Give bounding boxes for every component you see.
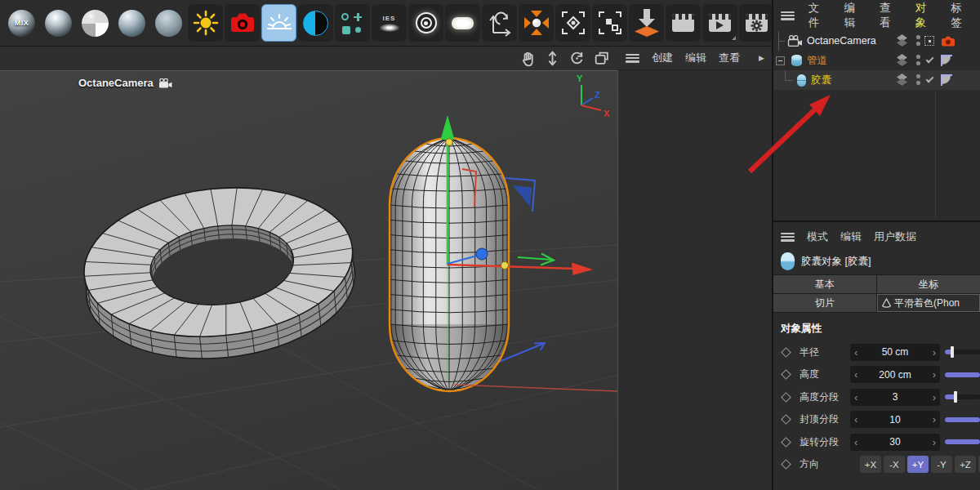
cap-segments-value[interactable]: 10: [858, 414, 932, 425]
orientation-plus-z-button[interactable]: +Z: [955, 456, 976, 473]
panel-menu-icon[interactable]: [781, 11, 795, 20]
visibility-dots-icon[interactable]: [915, 74, 921, 87]
render-target-icon[interactable]: [924, 36, 934, 46]
rotation-segments-input[interactable]: ‹ 30 ›: [850, 434, 940, 451]
axis-rotate-icon[interactable]: [482, 4, 517, 42]
environment-sky-icon[interactable]: [261, 4, 296, 42]
maximize-view-icon[interactable]: [593, 50, 610, 67]
scatter-objects-icon[interactable]: [335, 4, 370, 42]
rotation-segments-value[interactable]: 30: [858, 436, 932, 448]
tab-slice[interactable]: 切片: [773, 294, 876, 312]
camera-icon[interactable]: [225, 4, 260, 42]
orientation-minus-y-button[interactable]: -Y: [931, 456, 952, 473]
menu-tags[interactable]: 标签: [951, 1, 973, 30]
layer-icon[interactable]: [896, 54, 908, 67]
render-view-icon[interactable]: [666, 4, 701, 42]
gizmo-y-arrowhead[interactable]: [441, 115, 455, 140]
object-row-capsule[interactable]: 胶囊: [773, 70, 980, 90]
key-diamond-icon[interactable]: [781, 459, 791, 470]
cap-segments-input[interactable]: ‹ 10 ›: [850, 411, 940, 428]
rotate-view-icon[interactable]: [568, 50, 586, 67]
key-diamond-icon[interactable]: [781, 392, 791, 403]
collapse-toggle-icon[interactable]: [776, 56, 785, 65]
converge-arrows-icon[interactable]: [519, 4, 554, 42]
torus-object[interactable]: [77, 175, 363, 371]
render-settings-icon[interactable]: [739, 4, 774, 42]
cap-segments-slider[interactable]: [945, 417, 980, 422]
key-diamond-icon[interactable]: [781, 347, 791, 358]
panel-menu-icon[interactable]: [626, 54, 639, 63]
radius-input[interactable]: ‹ 50 cm ›: [850, 344, 940, 361]
glossy-material-sphere-icon[interactable]: [41, 4, 76, 42]
spin-up-icon[interactable]: ›: [933, 414, 936, 425]
tab-phong[interactable]: 平滑着色(Phon: [877, 294, 980, 312]
spin-up-icon[interactable]: ›: [933, 347, 936, 358]
tab-coordinates[interactable]: 坐标: [877, 275, 980, 293]
key-diamond-icon[interactable]: [781, 437, 791, 448]
menu-view[interactable]: 查看: [880, 1, 902, 30]
key-diamond-icon[interactable]: [781, 369, 791, 380]
tab-basic[interactable]: 基本: [773, 275, 876, 293]
contrast-material-icon[interactable]: [298, 4, 333, 42]
orientation-plus-x-button[interactable]: +X: [860, 456, 881, 473]
menu-file[interactable]: 文件: [808, 1, 831, 30]
height-segments-slider[interactable]: [945, 394, 980, 399]
enabled-check-icon[interactable]: [926, 56, 934, 64]
orientation-plus-y-button[interactable]: +Y: [907, 456, 929, 473]
menu-view[interactable]: 查看: [719, 51, 740, 65]
visibility-dots-icon[interactable]: [915, 54, 921, 67]
phong-tag-icon[interactable]: [941, 74, 952, 86]
object-row-tube[interactable]: 管道: [773, 51, 980, 70]
key-diamond-icon[interactable]: [781, 414, 791, 425]
mix-material-sphere-icon[interactable]: MIX: [4, 4, 39, 42]
radius-slider[interactable]: [945, 350, 980, 354]
phong-tag-icon[interactable]: [941, 55, 952, 66]
viewport-3d[interactable]: Y Z X OctaneCamera: [0, 70, 618, 490]
gizmo-top-handle-dot[interactable]: [446, 139, 452, 145]
gizmo-z-handle[interactable]: [476, 248, 488, 260]
height-input[interactable]: ‹ 200 cm ›: [850, 366, 940, 383]
spin-up-icon[interactable]: ›: [933, 369, 936, 380]
visibility-dots-icon[interactable]: [915, 34, 921, 47]
spin-up-icon[interactable]: ›: [933, 437, 936, 448]
ies-light-icon[interactable]: IES: [372, 4, 407, 42]
panel-menu-icon[interactable]: [781, 233, 795, 242]
viewport-canvas[interactable]: Y Z X: [0, 71, 618, 490]
menu-edit[interactable]: 编辑: [685, 51, 706, 65]
viewport-camera-label[interactable]: OctaneCamera: [78, 77, 172, 89]
enabled-check-icon[interactable]: [926, 75, 934, 83]
object-row-camera[interactable]: OctaneCamera: [773, 31, 980, 51]
menu-edit[interactable]: 编辑: [844, 1, 866, 30]
menu-object[interactable]: 对象: [915, 1, 938, 30]
rotation-segments-slider[interactable]: [945, 439, 980, 444]
menu-overflow-icon[interactable]: ▶: [759, 54, 764, 62]
height-slider[interactable]: [945, 372, 980, 377]
octane-camera-tag-icon[interactable]: [941, 36, 956, 47]
menu-mode[interactable]: 模式: [807, 229, 828, 244]
spin-up-icon[interactable]: ›: [933, 392, 936, 403]
area-light-icon[interactable]: [445, 4, 480, 42]
radius-value[interactable]: 50 cm: [858, 346, 932, 358]
snap-objects-icon[interactable]: [592, 4, 627, 42]
height-segments-input[interactable]: ‹ 3 ›: [850, 389, 940, 406]
height-value[interactable]: 200 cm: [858, 369, 932, 381]
height-segments-value[interactable]: 3: [858, 391, 932, 403]
drop-to-floor-icon[interactable]: [629, 4, 664, 42]
gizmo-x-arrowhead[interactable]: [572, 263, 593, 276]
orientation-minus-x-button[interactable]: -X: [884, 456, 905, 473]
sun-light-icon[interactable]: [188, 4, 223, 42]
menu-create[interactable]: 创建: [652, 51, 673, 65]
pan-hand-icon[interactable]: [519, 50, 537, 67]
zoom-icon[interactable]: [544, 50, 561, 67]
target-light-icon[interactable]: [408, 4, 443, 42]
focus-crosshair-icon[interactable]: [555, 4, 590, 42]
menu-user-data[interactable]: 用户数据: [874, 229, 916, 244]
gizmo-radius-handle-dot[interactable]: [501, 262, 509, 270]
menu-edit[interactable]: 编辑: [840, 229, 862, 244]
render-play-icon[interactable]: [702, 4, 737, 42]
layer-icon[interactable]: [896, 34, 908, 47]
reflective-material-sphere-icon[interactable]: [114, 4, 149, 42]
matte-material-sphere-icon[interactable]: [151, 4, 186, 42]
gizmo-scale-arrow[interactable]: [518, 254, 554, 265]
layer-icon[interactable]: [896, 74, 908, 87]
